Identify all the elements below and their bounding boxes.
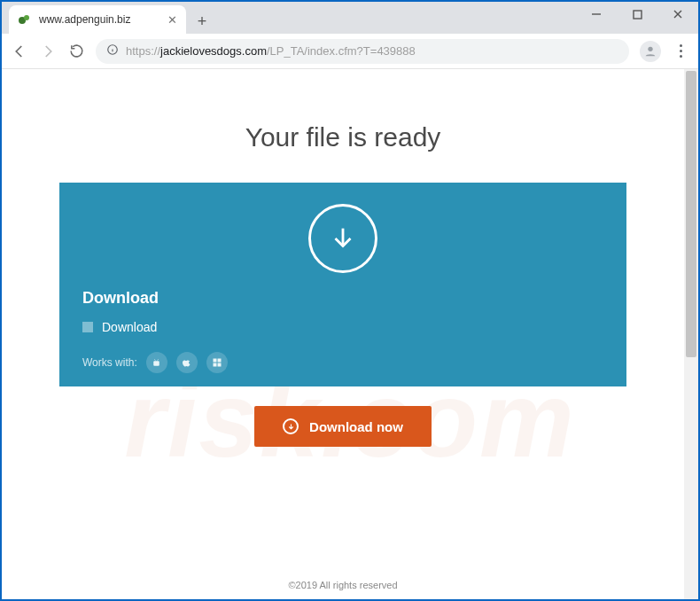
apple-icon xyxy=(176,352,198,373)
site-info-icon[interactable] xyxy=(106,43,119,59)
back-button[interactable] xyxy=(11,43,28,60)
reload-button[interactable] xyxy=(67,43,85,60)
browser-window: www.adpenguin.biz ✕ + https://jackielove… xyxy=(0,0,700,601)
download-card: Download Download Works with: xyxy=(59,183,626,386)
page-footer: ©2019 All rights reserved xyxy=(2,580,684,590)
checkbox-icon[interactable] xyxy=(82,322,93,332)
svg-point-5 xyxy=(24,15,29,20)
windows-icon xyxy=(206,352,228,373)
svg-rect-15 xyxy=(217,359,221,363)
profile-avatar-button[interactable] xyxy=(640,41,661,62)
download-circle-icon xyxy=(308,204,377,273)
page-viewport: PCrisk.com Your file is ready Download D… xyxy=(2,69,698,599)
svg-rect-11 xyxy=(154,361,160,365)
browser-menu-button[interactable] xyxy=(672,44,689,58)
omnibox[interactable]: https://jackielovesdogs.com/LP_TA/index.… xyxy=(96,39,629,64)
svg-rect-16 xyxy=(213,363,216,367)
download-now-button[interactable]: Download now xyxy=(254,406,432,447)
svg-line-12 xyxy=(155,359,156,361)
card-checkbox-row[interactable]: Download xyxy=(82,320,603,334)
svg-rect-1 xyxy=(634,11,642,19)
maximize-button[interactable] xyxy=(617,2,657,27)
svg-point-9 xyxy=(648,46,652,51)
card-title: Download xyxy=(82,289,603,308)
svg-rect-17 xyxy=(217,363,221,367)
works-with-row: Works with: xyxy=(82,352,603,373)
address-bar: https://jackielovesdogs.com/LP_TA/index.… xyxy=(2,34,698,69)
page-title: Your file is ready xyxy=(245,122,441,152)
forward-button[interactable] xyxy=(39,43,57,60)
tab-close-icon[interactable]: ✕ xyxy=(167,13,177,27)
svg-rect-14 xyxy=(213,359,216,363)
scrollbar-thumb[interactable] xyxy=(686,71,696,357)
browser-tab[interactable]: www.adpenguin.biz ✕ xyxy=(9,5,186,34)
download-arrow-icon xyxy=(283,418,299,434)
url-text: https://jackielovesdogs.com/LP_TA/index.… xyxy=(126,44,416,58)
new-tab-button[interactable]: + xyxy=(190,9,214,34)
page-content: Your file is ready Download Download Wor… xyxy=(2,69,684,599)
favicon-icon xyxy=(18,12,32,27)
download-now-label: Download now xyxy=(309,419,403,434)
checkbox-label: Download xyxy=(102,320,157,334)
vertical-scrollbar[interactable] xyxy=(684,69,698,599)
minimize-button[interactable] xyxy=(576,2,617,27)
works-with-label: Works with: xyxy=(82,356,137,369)
window-close-button[interactable] xyxy=(657,2,698,27)
tab-title: www.adpenguin.biz xyxy=(39,13,130,26)
svg-line-13 xyxy=(158,359,159,361)
android-icon xyxy=(146,352,167,373)
window-controls xyxy=(576,2,698,27)
